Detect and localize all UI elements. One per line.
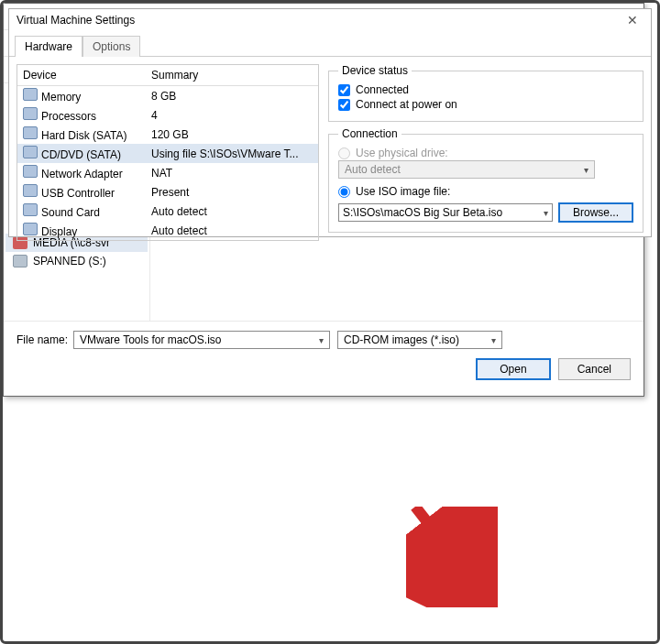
connection-legend: Connection	[338, 127, 402, 140]
display-icon	[23, 223, 38, 235]
open-button[interactable]: Open	[476, 358, 550, 380]
tree-spanned[interactable]: SPANNED (S:)	[6, 252, 148, 270]
usb-icon	[23, 184, 38, 197]
status-legend: Device status	[338, 64, 412, 77]
device-row[interactable]: Memory8 GB	[17, 86, 318, 105]
svg-line-1	[415, 507, 479, 589]
device-row[interactable]: Processors4	[17, 105, 318, 125]
close-icon[interactable]: ✕	[622, 13, 644, 27]
iso-label: Use ISO image file:	[356, 185, 450, 198]
disk-icon	[23, 126, 38, 139]
tab-options[interactable]: Options	[82, 36, 140, 57]
device-row[interactable]: Hard Disk (SATA)120 GB	[17, 125, 318, 144]
filename-input[interactable]: VMware Tools for macOS.iso▾	[73, 331, 330, 349]
annotation-arrow	[406, 507, 498, 607]
chevron-down-icon: ▾	[319, 335, 324, 345]
device-row-selected[interactable]: CD/DVD (SATA)Using file S:\ISOs\VMware T…	[17, 144, 318, 163]
cd-icon	[23, 146, 38, 158]
chevron-down-icon: ▾	[544, 208, 548, 218]
iso-radio[interactable]	[338, 186, 350, 198]
physical-radio[interactable]	[338, 147, 350, 159]
physical-drive-combo: Auto detect▾	[338, 160, 595, 179]
physical-label: Use physical drive:	[356, 147, 448, 159]
drive-icon	[13, 255, 28, 267]
tab-hardware[interactable]: Hardware	[15, 36, 82, 57]
connect-power-checkbox[interactable]	[338, 99, 350, 111]
memory-icon	[23, 88, 38, 101]
device-row[interactable]: DisplayAuto detect	[17, 221, 318, 240]
connected-checkbox[interactable]	[338, 84, 350, 96]
device-row[interactable]: USB ControllerPresent	[17, 182, 318, 202]
sound-icon	[23, 203, 38, 216]
vm-settings-window: Virtual Machine Settings ✕ Hardware Opti…	[8, 8, 652, 237]
settings-tabs: Hardware Options	[9, 35, 651, 57]
chevron-down-icon: ▾	[491, 335, 496, 345]
device-row[interactable]: Network AdapterNAT	[17, 163, 318, 182]
connected-label: Connected	[356, 83, 409, 96]
device-row[interactable]: Sound CardAuto detect	[17, 202, 318, 221]
connection-group: Connection Use physical drive: Auto dete…	[328, 127, 644, 233]
browse-button[interactable]: Browse...	[558, 202, 633, 223]
settings-titlebar: Virtual Machine Settings ✕	[9, 9, 651, 31]
settings-title: Virtual Machine Settings	[16, 14, 135, 27]
iso-path-combo[interactable]: S:\ISOs\macOS Big Sur Beta.iso▾	[338, 203, 553, 222]
net-icon	[23, 165, 38, 178]
col-device: Device	[17, 65, 146, 85]
filename-label: File name:	[16, 333, 68, 346]
device-status-group: Device status Connected Connect at power…	[328, 64, 644, 122]
device-list: Device Summary Memory8 GB Processors4 Ha…	[16, 64, 319, 241]
col-summary: Summary	[146, 65, 318, 85]
filter-combo[interactable]: CD-ROM images (*.iso)▾	[337, 331, 502, 349]
cpu-icon	[23, 107, 38, 120]
cancel-button[interactable]: Cancel	[558, 358, 631, 380]
connect-power-label: Connect at power on	[356, 98, 457, 111]
